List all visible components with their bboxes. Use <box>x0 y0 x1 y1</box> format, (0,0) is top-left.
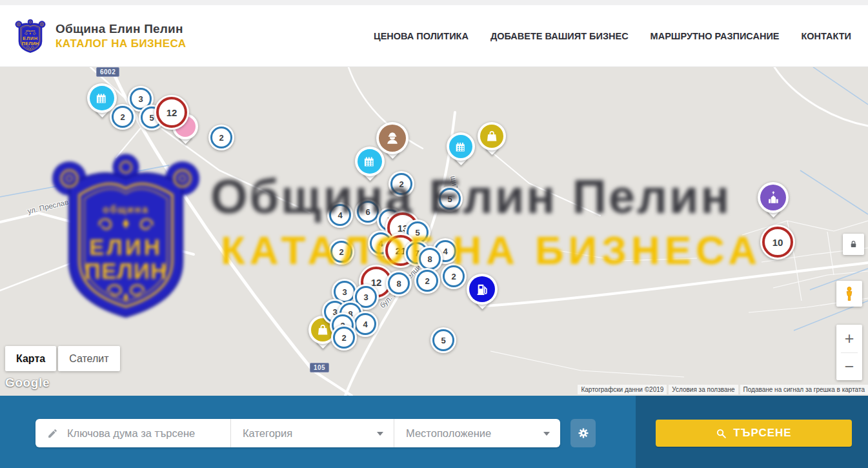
cluster-marker[interactable]: 12 <box>154 95 189 130</box>
cluster-count: 5 <box>447 194 452 204</box>
bag-pin[interactable] <box>478 122 506 150</box>
cluster-marker[interactable]: 5 <box>430 327 456 353</box>
google-logo[interactable]: Google <box>5 376 50 390</box>
gear-icon <box>577 427 590 440</box>
building-icon <box>358 149 382 174</box>
cluster-count: 3 <box>342 287 347 297</box>
cluster-count: 10 <box>772 237 783 248</box>
cluster-ring: 8 <box>388 272 410 294</box>
category-select-value: Категория <box>243 427 292 440</box>
church-icon <box>760 185 786 210</box>
cluster-count: 2 <box>425 276 429 286</box>
cluster-ring: 6 <box>357 201 379 223</box>
search-button-label: ТЪРСЕНЕ <box>733 427 791 440</box>
cluster-count: 2 <box>120 112 125 122</box>
cluster-marker[interactable]: 2 <box>328 239 354 265</box>
search-button[interactable]: ТЪРСЕНЕ <box>656 420 852 447</box>
main-nav: ЦЕНОВА ПОЛИТИКАДОБАВЕТЕ ВАШИЯТ БИЗНЕСМАР… <box>374 31 851 41</box>
cluster-count: 2 <box>341 333 346 343</box>
cluster-marker[interactable]: 2 <box>414 268 440 294</box>
chevron-down-icon <box>377 432 383 436</box>
advanced-settings-button[interactable] <box>570 419 596 447</box>
page: общинаЕЛИНПЕЛИН Община Елин Пелин КАТАЛО… <box>0 0 868 468</box>
attribution-link[interactable]: Условия за ползване <box>669 385 738 394</box>
svg-text:община: община <box>26 29 35 32</box>
pencil-icon <box>47 428 58 439</box>
pegman-icon <box>842 286 857 301</box>
cluster-ring: 2 <box>416 270 438 292</box>
site-logo[interactable]: общинаЕЛИНПЕЛИН Община Елин Пелин КАТАЛО… <box>14 17 186 56</box>
lock-icon <box>849 239 858 249</box>
location-select[interactable]: Местоположение <box>394 419 560 447</box>
map-canvas[interactable]: ул. Преславбул. „Новоселци”щи” 6002105 3… <box>0 67 868 396</box>
cluster-ring: 5 <box>439 188 461 210</box>
cluster-marker[interactable]: 2 <box>389 171 414 197</box>
cluster-ring: 2 <box>210 127 232 148</box>
bag-icon <box>480 125 503 148</box>
map-type-satellite-button[interactable]: Сателит <box>58 346 119 371</box>
site-subtitle: КАТАЛОГ НА БИЗНЕСА <box>56 37 186 50</box>
map-type-control: Карта Сателит <box>5 346 120 371</box>
svg-text:ПЕЛИН: ПЕЛИН <box>22 40 39 46</box>
building-pin[interactable] <box>355 147 385 176</box>
cluster-ring: 2 <box>330 241 352 263</box>
zoom-out-button[interactable]: − <box>836 353 862 380</box>
cluster-count: 8 <box>427 254 432 264</box>
site-title: Община Елин Пелин <box>56 22 186 36</box>
search-icon <box>716 428 727 439</box>
cluster-ring: 4 <box>329 204 351 226</box>
attribution-text: Картографски данни ©2019 <box>578 385 667 394</box>
cluster-count: 12 <box>167 107 177 118</box>
location-select-value: Местоположение <box>406 427 491 440</box>
attribution-link[interactable]: Подаване на сигнал за грешка в картата <box>740 385 868 394</box>
search-field-group: Категория Местоположение <box>35 419 560 447</box>
cluster-ring: 2 <box>443 265 465 287</box>
zoom-control: + − <box>836 325 862 380</box>
nav-item-маршрутно-разписание[interactable]: МАРШРУТНО РАЗПИСАНИЕ <box>651 31 780 41</box>
building-icon <box>90 86 114 110</box>
cluster-count: 4 <box>443 247 447 256</box>
lock-button[interactable] <box>843 234 864 255</box>
cluster-count: 4 <box>338 210 342 220</box>
cluster-ring: 8 <box>419 248 441 270</box>
keyword-input[interactable] <box>67 427 230 440</box>
search-bar: Категория Местоположение <box>0 396 868 468</box>
road-number-badge: 105 <box>310 363 329 372</box>
cluster-count: 4 <box>363 320 367 329</box>
fuel-pin[interactable] <box>467 274 498 305</box>
building-pin[interactable] <box>447 132 475 161</box>
cluster-ring: 12 <box>156 97 187 128</box>
map-type-map-button[interactable]: Карта <box>5 346 56 371</box>
cluster-count: 4 <box>378 239 383 249</box>
building-icon <box>449 135 472 158</box>
building-pin[interactable] <box>87 83 117 113</box>
cluster-ring: 4 <box>354 313 376 335</box>
cluster-marker[interactable]: 5 <box>437 186 463 212</box>
cluster-marker[interactable]: 10 <box>760 225 795 259</box>
pegman-button[interactable] <box>836 281 862 307</box>
cluster-count: 2 <box>339 247 343 257</box>
cluster-marker[interactable]: 2 <box>208 125 234 150</box>
cluster-marker[interactable]: 4 <box>327 202 353 228</box>
category-select[interactable]: Категория <box>230 419 394 447</box>
cluster-ring: 2 <box>390 173 412 195</box>
cluster-count: 3 <box>363 292 368 302</box>
top-strip <box>0 0 868 5</box>
site-header: общинаЕЛИНПЕЛИН Община Елин Пелин КАТАЛО… <box>0 5 868 67</box>
cluster-marker[interactable]: 2 <box>441 263 467 289</box>
nav-item-контакти[interactable]: КОНТАКТИ <box>801 31 851 41</box>
chevron-down-icon <box>543 432 550 436</box>
cluster-count: 8 <box>396 279 401 289</box>
cluster-ring: 2 <box>333 327 355 349</box>
cluster-count: 5 <box>149 113 154 123</box>
nav-item-добавете-вашият-бизнес[interactable]: ДОБАВЕТЕ ВАШИЯТ БИЗНЕС <box>490 31 629 41</box>
cluster-marker[interactable]: 2 <box>331 325 357 351</box>
cluster-marker[interactable]: 8 <box>386 270 412 296</box>
road-number-badge: 6002 <box>96 67 119 77</box>
cluster-count: 6 <box>365 207 370 217</box>
cluster-count: 5 <box>441 336 445 345</box>
zoom-in-button[interactable]: + <box>836 325 862 352</box>
nav-item-ценова-политика[interactable]: ЦЕНОВА ПОЛИТИКА <box>374 31 469 41</box>
cluster-count: 3 <box>138 94 143 104</box>
church-pin[interactable] <box>758 182 789 213</box>
